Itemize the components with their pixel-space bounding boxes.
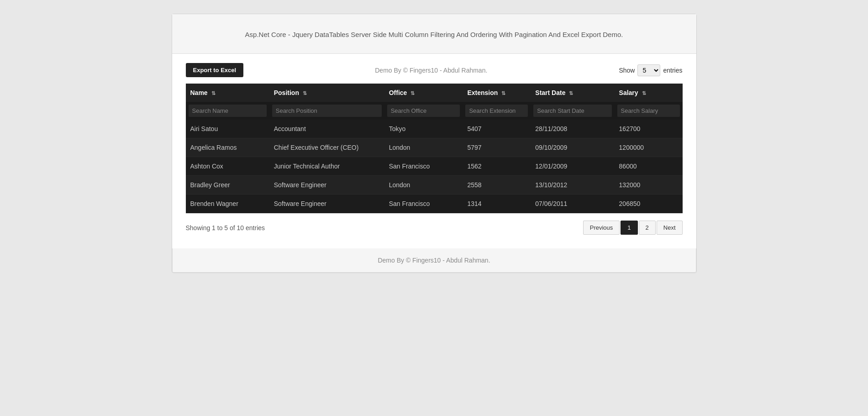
demo-credit-top: Demo By © Fingers10 - Abdul Rahman. (243, 67, 619, 74)
col-header-start-date[interactable]: Start Date ⇅ (531, 84, 614, 102)
cell-name: Airi Satou (186, 120, 269, 138)
page-button-2[interactable]: 2 (639, 221, 656, 235)
search-salary-input[interactable] (617, 105, 680, 117)
show-entries-control: Show 5 10 25 50 entries (619, 64, 682, 76)
cell-extension: 2558 (463, 176, 531, 195)
page-title: Asp.Net Core - Jquery DataTables Server … (186, 22, 683, 45)
export-to-excel-button[interactable]: Export to Excel (186, 63, 244, 77)
cell-position: Chief Executive Officer (CEO) (269, 138, 384, 157)
sort-icon-salary: ⇅ (642, 90, 646, 96)
cell-start_date: 13/10/2012 (531, 176, 614, 195)
cell-extension: 1562 (463, 157, 531, 176)
cell-start_date: 28/11/2008 (531, 120, 614, 138)
show-label: Show (619, 67, 635, 74)
cell-extension: 1314 (463, 195, 531, 213)
cell-office: London (384, 176, 463, 195)
table-row: Angelica RamosChief Executive Officer (C… (186, 138, 683, 157)
table-row: Ashton CoxJunior Technical AuthorSan Fra… (186, 157, 683, 176)
data-table: Name ⇅ Position ⇅ Office ⇅ Extension ⇅ (186, 84, 683, 213)
cell-start_date: 07/06/2011 (531, 195, 614, 213)
sort-icon-name: ⇅ (211, 90, 216, 96)
sort-icon-start-date: ⇅ (569, 90, 573, 96)
cell-name: Angelica Ramos (186, 138, 269, 157)
col-header-extension[interactable]: Extension ⇅ (463, 84, 531, 102)
search-position-input[interactable] (272, 105, 382, 117)
cell-salary: 1200000 (615, 138, 683, 157)
cell-salary: 162700 (615, 120, 683, 138)
cell-position: Accountant (269, 120, 384, 138)
cell-extension: 5797 (463, 138, 531, 157)
table-footer: Showing 1 to 5 of 10 entries Previous 1 … (186, 221, 683, 235)
search-extension-input[interactable] (465, 105, 528, 117)
cell-salary: 132000 (615, 176, 683, 195)
toolbar: Export to Excel Demo By © Fingers10 - Ab… (186, 63, 683, 77)
next-button[interactable]: Next (657, 221, 683, 235)
pagination-controls: Previous 1 2 Next (583, 221, 683, 235)
previous-button[interactable]: Previous (583, 221, 620, 235)
col-header-name[interactable]: Name ⇅ (186, 84, 269, 102)
showing-entries-text: Showing 1 to 5 of 10 entries (186, 224, 265, 232)
cell-office: Tokyo (384, 120, 463, 138)
sort-icon-office: ⇅ (410, 90, 415, 96)
table-row: Brenden WagnerSoftware EngineerSan Franc… (186, 195, 683, 213)
cell-name: Ashton Cox (186, 157, 269, 176)
table-row: Bradley GreerSoftware EngineerLondon2558… (186, 176, 683, 195)
cell-position: Software Engineer (269, 176, 384, 195)
search-start-date-input[interactable] (533, 105, 611, 117)
col-header-salary[interactable]: Salary ⇅ (615, 84, 683, 102)
cell-office: London (384, 138, 463, 157)
table-header-row: Name ⇅ Position ⇅ Office ⇅ Extension ⇅ (186, 84, 683, 102)
sort-icon-position: ⇅ (303, 90, 307, 96)
search-office-input[interactable] (387, 105, 460, 117)
cell-position: Junior Technical Author (269, 157, 384, 176)
cell-office: San Francisco (384, 157, 463, 176)
sort-icon-extension: ⇅ (501, 90, 505, 96)
cell-name: Bradley Greer (186, 176, 269, 195)
cell-salary: 206850 (615, 195, 683, 213)
table-search-row (186, 102, 683, 120)
table-row: Airi SatouAccountantTokyo540728/11/20081… (186, 120, 683, 138)
page-footer: Demo By © Fingers10 - Abdul Rahman. (172, 248, 696, 273)
search-name-input[interactable] (189, 105, 267, 117)
cell-start_date: 12/01/2009 (531, 157, 614, 176)
col-header-office[interactable]: Office ⇅ (384, 84, 463, 102)
table-body: Airi SatouAccountantTokyo540728/11/20081… (186, 120, 683, 213)
page-button-1[interactable]: 1 (621, 221, 637, 235)
cell-office: San Francisco (384, 195, 463, 213)
cell-start_date: 09/10/2009 (531, 138, 614, 157)
entries-label: entries (663, 67, 682, 74)
cell-position: Software Engineer (269, 195, 384, 213)
cell-name: Brenden Wagner (186, 195, 269, 213)
cell-extension: 5407 (463, 120, 531, 138)
col-header-position[interactable]: Position ⇅ (269, 84, 384, 102)
cell-salary: 86000 (615, 157, 683, 176)
entries-per-page-select[interactable]: 5 10 25 50 (637, 64, 660, 76)
